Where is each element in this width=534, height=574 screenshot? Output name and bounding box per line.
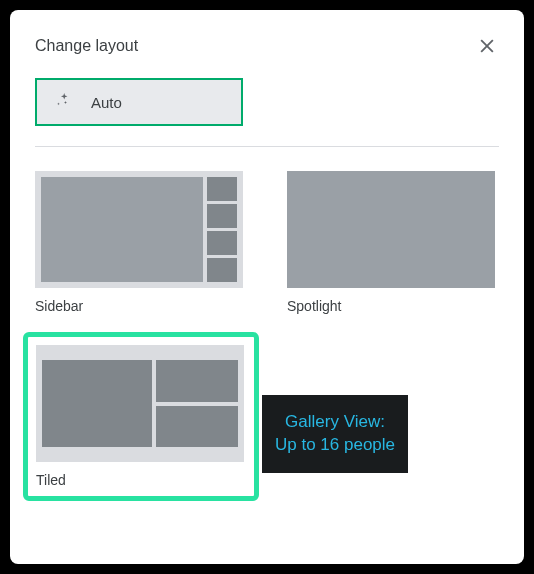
- layout-option-sidebar[interactable]: Sidebar: [35, 171, 247, 314]
- layout-option-spotlight[interactable]: Spotlight: [287, 171, 499, 314]
- sidebar-label: Sidebar: [35, 298, 247, 314]
- tiled-label: Tiled: [36, 472, 246, 488]
- tooltip-line1: Gallery View:: [275, 411, 395, 434]
- close-icon[interactable]: [475, 34, 499, 58]
- tooltip-line2: Up to 16 people: [275, 434, 395, 457]
- divider: [35, 146, 499, 147]
- spotlight-preview: [287, 171, 495, 288]
- spotlight-label: Spotlight: [287, 298, 499, 314]
- dialog-header: Change layout: [35, 34, 499, 58]
- auto-label: Auto: [91, 94, 122, 111]
- tiled-preview: [36, 345, 244, 462]
- sidebar-preview: [35, 171, 243, 288]
- change-layout-dialog: Change layout Auto: [10, 10, 524, 564]
- dialog-title: Change layout: [35, 37, 138, 55]
- layout-option-tiled[interactable]: Tiled: [23, 332, 259, 501]
- auto-layout-button[interactable]: Auto: [35, 78, 243, 126]
- tooltip: Gallery View: Up to 16 people: [262, 395, 408, 473]
- sparkle-icon: [55, 92, 75, 112]
